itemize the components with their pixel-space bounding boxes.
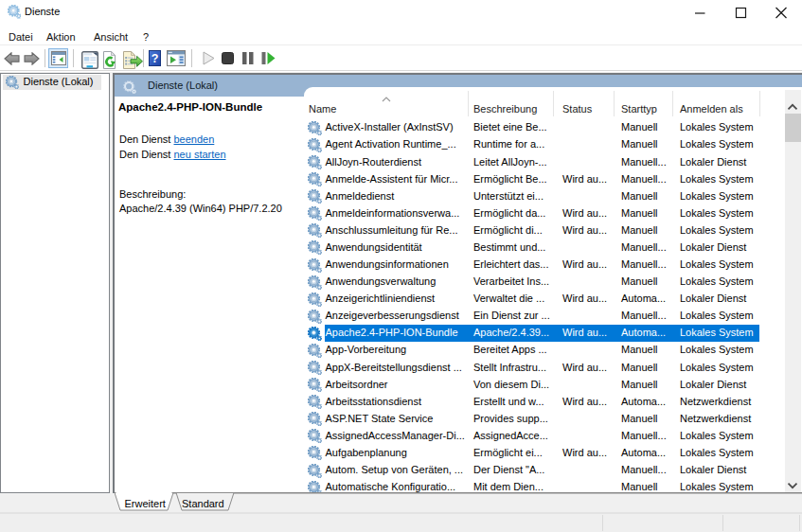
svg-text:Erweitert: Erweitert (125, 498, 166, 509)
svg-text:Standard: Standard (182, 498, 224, 509)
